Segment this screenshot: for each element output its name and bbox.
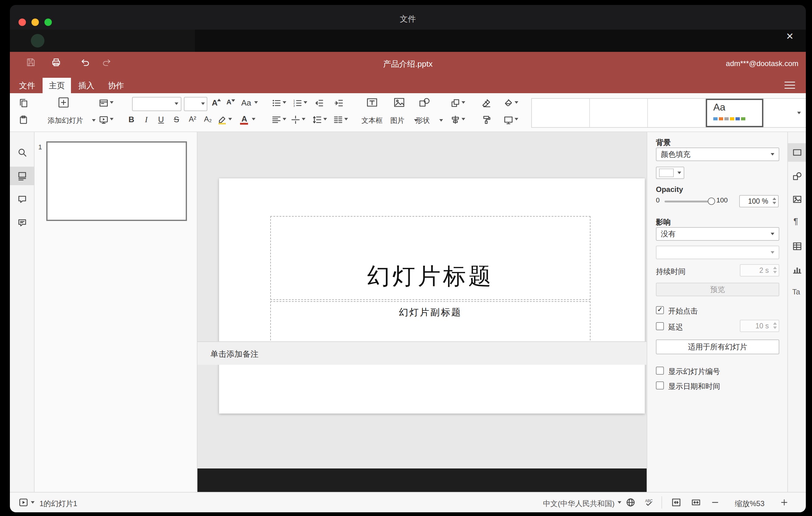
textart-settings-icon[interactable]: Ta xyxy=(792,288,800,296)
arrange-chevron-icon[interactable] xyxy=(462,101,465,104)
delay-spinner[interactable] xyxy=(773,322,777,329)
font-color-button[interactable]: A xyxy=(239,114,249,123)
image-settings-icon[interactable] xyxy=(792,194,802,204)
apply-to-all-slides-button[interactable]: 适用于所有幻灯片 xyxy=(656,340,779,354)
superscript-button[interactable]: A² xyxy=(186,115,199,123)
increase-font-size-button[interactable]: A xyxy=(210,98,220,107)
start-slideshow-status-icon[interactable] xyxy=(19,497,28,507)
opacity-slider-track[interactable] xyxy=(665,201,712,202)
arrange-icon[interactable] xyxy=(451,98,460,108)
background-color-swatch-select[interactable] xyxy=(656,167,684,179)
highlight-color-icon[interactable] xyxy=(217,115,227,125)
opacity-input[interactable]: 100 % xyxy=(739,195,779,207)
tab-home[interactable]: 主页 xyxy=(42,78,71,93)
highlight-color-chevron-icon[interactable] xyxy=(228,118,232,120)
decrease-font-size-button[interactable]: A xyxy=(224,98,234,106)
slide-layout-icon[interactable] xyxy=(99,98,109,108)
duration-spinner[interactable] xyxy=(773,267,777,274)
add-slide-chevron-icon[interactable] xyxy=(92,119,96,122)
columns-chevron-icon[interactable] xyxy=(344,118,348,120)
zoom-in-icon[interactable] xyxy=(780,498,788,507)
slides-panel-icon[interactable] xyxy=(17,171,27,181)
add-slide-button[interactable]: 添加幻灯片 xyxy=(39,116,91,125)
chart-settings-icon[interactable] xyxy=(792,265,802,275)
bullet-list-chevron-icon[interactable] xyxy=(283,101,286,104)
line-spacing-chevron-icon[interactable] xyxy=(323,118,327,120)
language-chevron-icon[interactable] xyxy=(618,501,621,504)
numbered-list-icon[interactable]: 123 xyxy=(292,98,302,108)
shape-settings-icon[interactable] xyxy=(792,171,802,181)
theme-slot-selected[interactable]: Aa xyxy=(706,99,764,127)
hamburger-menu-icon[interactable] xyxy=(784,80,796,90)
delay-input[interactable]: 10 s xyxy=(740,320,779,332)
paste-icon[interactable] xyxy=(19,115,28,125)
slide[interactable]: 幻灯片标题 幻灯片副标题 xyxy=(219,178,645,413)
shape-chevron-icon[interactable] xyxy=(439,119,443,122)
strikethrough-button[interactable]: S xyxy=(172,115,181,124)
preview-button[interactable]: 预览 xyxy=(656,283,779,296)
bullet-list-icon[interactable] xyxy=(271,98,281,108)
numbered-list-chevron-icon[interactable] xyxy=(303,101,307,104)
fill-color-chevron-icon[interactable] xyxy=(515,101,518,104)
columns-icon[interactable] xyxy=(333,115,343,125)
paragraph-settings-icon[interactable]: ¶ xyxy=(793,216,798,226)
copy-style-icon[interactable] xyxy=(481,115,491,125)
slide-settings-icon[interactable] xyxy=(792,147,802,157)
align-shapes-icon[interactable] xyxy=(451,115,460,125)
show-date-time-checkbox[interactable] xyxy=(656,381,664,390)
font-name-select[interactable] xyxy=(132,97,181,111)
slideshow-status-chevron-icon[interactable] xyxy=(31,501,34,504)
bold-button[interactable]: B xyxy=(126,115,136,124)
font-size-select[interactable] xyxy=(184,97,207,111)
notes-area[interactable]: 单击添加备注 xyxy=(198,341,647,365)
tab-insert[interactable]: 插入 xyxy=(72,78,100,93)
tab-file[interactable]: 文件 xyxy=(13,78,41,93)
start-on-click-checkbox[interactable] xyxy=(656,306,664,314)
align-shapes-chevron-icon[interactable] xyxy=(462,118,465,120)
globe-icon[interactable] xyxy=(626,497,636,507)
slide-size-icon[interactable] xyxy=(503,115,513,125)
opacity-spinner[interactable] xyxy=(773,198,776,204)
editing-canvas[interactable]: 幻灯片标题 幻灯片副标题 xyxy=(198,132,647,468)
slide-thumbnail[interactable] xyxy=(46,141,187,221)
show-slide-number-checkbox[interactable] xyxy=(656,367,664,375)
fit-width-icon[interactable] xyxy=(691,497,701,507)
close-icon[interactable]: ✕ xyxy=(784,31,796,43)
search-icon[interactable] xyxy=(17,147,27,157)
shape-icon[interactable] xyxy=(418,96,431,109)
vertical-align-chevron-icon[interactable] xyxy=(302,118,306,120)
increase-indent-icon[interactable] xyxy=(334,98,344,108)
table-settings-icon[interactable] xyxy=(792,241,802,251)
shape-button[interactable]: 形状 xyxy=(407,116,438,125)
subscript-button[interactable]: A₂ xyxy=(202,115,214,123)
language-selector[interactable]: 中文(中华人民共和国) xyxy=(528,499,614,509)
line-spacing-icon[interactable] xyxy=(312,115,322,125)
italic-button[interactable]: I xyxy=(141,115,151,125)
change-case-button[interactable]: Aa xyxy=(239,98,253,107)
image-icon[interactable] xyxy=(393,96,405,109)
background-fill-select[interactable]: 颜色填充 xyxy=(656,147,779,161)
start-slideshow-chevron-icon[interactable] xyxy=(110,118,114,120)
align-text-chevron-icon[interactable] xyxy=(283,118,286,120)
delay-checkbox[interactable] xyxy=(656,322,664,330)
textbox-icon[interactable] xyxy=(366,96,378,109)
zoom-level[interactable]: 缩放%53 xyxy=(723,499,776,509)
effect-variant-select[interactable] xyxy=(656,246,779,259)
theme-slot-5[interactable] xyxy=(764,99,795,127)
opacity-slider-handle[interactable] xyxy=(708,198,715,205)
slide-size-chevron-icon[interactable] xyxy=(515,118,518,120)
copy-icon[interactable] xyxy=(19,98,28,108)
vertical-align-icon[interactable] xyxy=(291,115,300,125)
title-placeholder[interactable]: 幻灯片标题 xyxy=(270,216,590,300)
theme-slot-2[interactable] xyxy=(590,99,648,127)
underline-button[interactable]: U xyxy=(156,115,166,124)
comments-icon[interactable] xyxy=(17,194,27,204)
effect-select[interactable]: 没有 xyxy=(656,227,779,241)
fit-slide-icon[interactable] xyxy=(671,497,681,507)
tab-collaboration[interactable]: 协作 xyxy=(102,78,130,93)
align-text-icon[interactable] xyxy=(271,115,281,125)
start-slideshow-icon[interactable] xyxy=(99,115,109,125)
spellcheck-icon[interactable]: ABC xyxy=(644,497,654,507)
theme-slot-1[interactable] xyxy=(532,99,590,127)
duration-input[interactable]: 2 s xyxy=(740,264,779,277)
